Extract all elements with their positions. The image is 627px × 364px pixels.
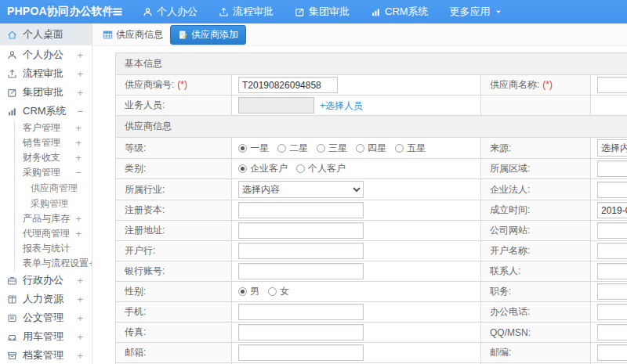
mobile-input[interactable] (238, 304, 364, 320)
expand-toggle-icon[interactable]: + (75, 213, 92, 225)
expand-toggle-icon[interactable]: − (75, 167, 92, 178)
sidebar-item-purchase-mgmt-sub[interactable]: 采购管理 (14, 196, 92, 211)
expand-toggle-icon[interactable]: + (77, 350, 92, 362)
supplier-name-input[interactable] (597, 77, 627, 93)
expand-toggle-icon[interactable]: + (77, 294, 92, 305)
expand-toggle-icon[interactable]: + (77, 87, 92, 99)
expand-toggle-icon[interactable]: + (77, 331, 92, 343)
qq-msn-input[interactable] (597, 324, 627, 341)
sidebar-item-crm-system[interactable]: CRM系统− (0, 102, 92, 121)
expand-toggle-icon[interactable]: − (77, 106, 92, 117)
business-staff-input[interactable] (238, 97, 314, 114)
business-staff-field-cell: +选择人员 (232, 96, 481, 116)
level-option-1[interactable]: 一星 (238, 142, 269, 155)
nav-item-crm-system[interactable]: CRM系统 (371, 5, 429, 19)
sidebar-item-group-approval[interactable]: 集团审批+ (0, 83, 92, 102)
sidebar-item-personal-office[interactable]: 个人办公+ (0, 45, 92, 64)
registered-capital-input[interactable] (238, 202, 364, 218)
tab-supplier-info[interactable]: 供应商信息 (103, 28, 163, 41)
postcode-input[interactable] (597, 344, 627, 361)
expand-toggle-icon[interactable]: + (75, 152, 92, 164)
fax-field-cell (232, 323, 481, 343)
sidebar-item-label: 行政办公 (23, 273, 63, 287)
sidebar-item-supplier-mgmt[interactable]: 供应商管理 (14, 180, 92, 196)
supplier-code-input[interactable] (238, 77, 338, 93)
sidebar-item-customer-mgmt[interactable]: 客户管理+ (14, 121, 92, 135)
car-icon (7, 332, 17, 342)
menu-toggle-icon[interactable] (111, 5, 124, 18)
fax-input[interactable] (238, 324, 364, 341)
radio-icon[interactable] (238, 144, 247, 153)
sidebar-item-archive-mgmt[interactable]: 档案管理+ (0, 346, 92, 364)
sidebar-item-product-inventory[interactable]: 产品与库存+ (14, 211, 92, 226)
sidebar-item-sales-mgmt[interactable]: 销售管理+ (14, 135, 92, 150)
bank-account-label: 银行账号: (116, 261, 232, 282)
source-select[interactable]: 选择内容 (597, 139, 627, 157)
registered-address-input[interactable] (238, 222, 364, 239)
radio-icon[interactable] (317, 144, 325, 153)
nav-item-group-approval[interactable]: 集团审批 (295, 5, 350, 19)
radio-icon[interactable] (268, 287, 277, 296)
account-name-field-cell (591, 241, 627, 261)
level-option-5[interactable]: 五星 (395, 142, 426, 155)
expand-toggle-icon[interactable]: + (77, 275, 92, 287)
bank-branch-field-cell (232, 241, 481, 261)
level-option-4[interactable]: 四星 (356, 142, 386, 155)
sidebar-item-admin-office[interactable]: 行政办公+ (0, 271, 92, 290)
business-staff-picker-link[interactable]: +选择人员 (320, 100, 363, 111)
expand-toggle-icon[interactable]: + (75, 137, 92, 149)
expand-toggle-icon[interactable]: + (77, 68, 92, 80)
sidebar-item-personal-desktop[interactable]: 个人桌面 (0, 23, 92, 45)
bank-account-input[interactable] (238, 263, 364, 279)
email-label: 邮箱: (116, 343, 232, 363)
nav-item-personal-office[interactable]: 个人办公 (143, 5, 198, 19)
add-form-icon (178, 30, 188, 40)
region-input[interactable] (597, 160, 627, 177)
sidebar-item-purchase-mgmt[interactable]: 采购管理− (14, 165, 92, 180)
bank-branch-input[interactable] (238, 243, 364, 259)
level-option-3[interactable]: 三星 (317, 142, 347, 155)
contact-person-input[interactable] (597, 263, 627, 279)
email-input[interactable] (238, 344, 364, 361)
sidebar-item-label: 报表与统计 (23, 242, 70, 255)
account-name-input[interactable] (597, 243, 627, 259)
founded-date-input[interactable] (597, 202, 627, 218)
sidebar-item-finance-mgmt[interactable]: 财务收支+ (14, 150, 92, 165)
sidebar-item-label: 财务收支 (23, 151, 60, 164)
sidebar-item-document-mgmt[interactable]: 公文管理+ (0, 308, 92, 327)
radio-icon[interactable] (238, 287, 247, 296)
radio-icon[interactable] (296, 164, 305, 173)
level-option-2[interactable]: 二星 (277, 142, 308, 155)
sidebar-item-reports-stats[interactable]: 报表与统计 (14, 241, 92, 256)
legal-person-input[interactable] (597, 182, 627, 198)
tab-supplier-add[interactable]: 供应商添加 (170, 25, 246, 45)
radio-icon[interactable] (238, 164, 247, 173)
radio-icon[interactable] (277, 144, 286, 153)
sidebar-item-vehicle-mgmt[interactable]: 用车管理+ (0, 327, 92, 346)
nav-item-more-apps[interactable]: 更多应用 (450, 5, 502, 19)
company-website-input[interactable] (597, 222, 627, 239)
expand-toggle-icon[interactable]: + (75, 122, 92, 134)
expand-toggle-icon[interactable]: + (77, 312, 92, 324)
flow-icon (219, 7, 229, 17)
radio-icon[interactable] (356, 144, 364, 153)
sidebar-item-label: 表单与流程设置 (23, 257, 89, 270)
archive-icon (7, 351, 17, 361)
gender-option-1[interactable]: 男 (238, 285, 259, 298)
office-phone-input[interactable] (597, 304, 627, 320)
field-label-text: 职务: (490, 286, 511, 297)
expand-toggle-icon[interactable]: + (77, 49, 92, 61)
sidebar-item-agent-mgmt[interactable]: 代理商管理+ (14, 226, 92, 241)
industry-select[interactable]: 选择内容 (238, 181, 364, 198)
supplier-code-label: 供应商编号:(*) (116, 75, 232, 96)
sidebar-item-workflow-approval[interactable]: 流程审批+ (0, 64, 92, 83)
gender-option-2[interactable]: 女 (268, 285, 289, 298)
category-option-2[interactable]: 个人客户 (296, 162, 346, 175)
position-input[interactable] (597, 283, 627, 300)
category-option-1[interactable]: 企业客户 (238, 162, 288, 175)
sidebar-item-form-flow-settings[interactable]: 表单与流程设置+ (14, 256, 92, 271)
expand-toggle-icon[interactable]: + (75, 228, 92, 240)
nav-item-workflow-approval[interactable]: 流程审批 (219, 5, 274, 19)
radio-icon[interactable] (395, 144, 404, 153)
sidebar-item-human-resources[interactable]: 人力资源+ (0, 290, 92, 308)
